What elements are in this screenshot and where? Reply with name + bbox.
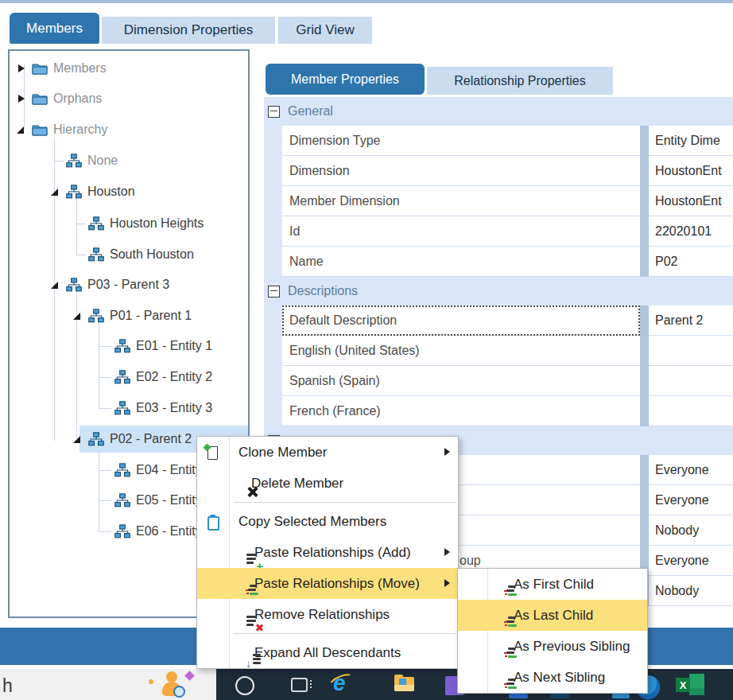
hierarchy-member-icon [114,493,130,508]
collapse-section-icon[interactable] [268,286,280,298]
grid-splitter[interactable] [640,186,649,216]
property-label[interactable]: Spanish (Spain) [282,366,640,396]
section-title: General [288,104,333,119]
excel-icon[interactable]: X [676,673,706,696]
task-view-icon[interactable] [291,678,308,692]
property-label[interactable]: Dimension [282,156,640,186]
tree-item-orphans[interactable]: Orphans [14,87,102,111]
grid-splitter[interactable] [640,515,649,546]
menu-item-expand-all-descendants[interactable]: ↓ Expand All Descendants [197,637,458,668]
property-value[interactable]: 22020101 [649,216,733,247]
grid-splitter[interactable] [640,216,649,247]
menu-item-copy-selected-members[interactable]: Copy Selected Members [197,506,458,537]
tree-item-e02[interactable]: E02 - Entity 2 [97,365,212,389]
tab-grid-view[interactable]: Grid View [278,17,372,44]
tree-item-p01[interactable]: P01 - Parent 1 [71,304,192,328]
grid-splitter[interactable] [640,485,649,515]
grid-splitter[interactable] [640,396,649,426]
menu-item-delete-member[interactable]: Delete Member [197,468,458,499]
property-value[interactable]: Everyone [649,546,733,576]
internet-explorer-icon[interactable]: e [329,671,355,696]
property-label[interactable]: Id [282,216,640,247]
property-row-id: Id 22020101 [264,216,733,247]
section-header-general[interactable]: General [264,97,733,126]
property-label[interactable]: English (United States) [282,336,640,366]
expander-expanded-icon[interactable] [14,123,27,136]
submenu-item-as-previous-sibling[interactable]: As Previous Sibling [458,631,647,662]
cortana-icon[interactable] [147,670,195,698]
tree-item-e01[interactable]: E01 - Entity 1 [97,334,212,358]
expander-expanded-icon[interactable] [71,309,83,322]
property-value[interactable] [649,396,733,426]
expander-expanded-icon[interactable] [48,278,61,291]
pinned-app-icon[interactable] [509,694,528,698]
property-value[interactable]: Nobody [649,576,733,606]
property-label-focused[interactable]: Default Description [282,305,640,336]
tree-item-label: Houston [87,185,135,199]
grid-splitter[interactable] [640,305,649,336]
file-explorer-icon[interactable] [394,677,414,691]
tree-item-south-houston[interactable]: South Houston [71,243,194,266]
leaf-spacer [48,154,61,167]
tree-item-e03[interactable]: E03 - Entity 3 [97,396,212,420]
tree-item-houston-heights[interactable]: Houston Heights [71,212,204,235]
grid-splitter[interactable] [640,366,649,396]
tree-item-e06[interactable]: E06 - Entity 6 [97,519,212,543]
leaf-spacer [97,525,110,538]
grid-splitter[interactable] [640,156,649,186]
as-first-child-icon [504,585,520,601]
submenu-item-as-last-child[interactable]: As Last Child [458,600,647,631]
property-value[interactable]: P02 [649,247,733,277]
property-label[interactable]: French (France) [282,396,640,426]
taskbar-search-area[interactable]: h [0,669,216,700]
expander-collapsed-icon[interactable] [14,62,27,75]
tab-member-properties[interactable]: Member Properties [266,64,425,95]
expander-expanded-icon[interactable] [48,185,61,198]
tree-item-houston[interactable]: Houston [48,180,135,204]
tab-dimension-properties[interactable]: Dimension Properties [102,17,275,44]
grid-splitter[interactable] [640,336,649,366]
screen: { "colors": { "accent": "#2e75ad", "tab_… [0,0,733,700]
submenu-item-as-first-child[interactable]: As First Child [458,569,647,600]
menu-item-paste-relationships-move[interactable]: Paste Relationships (Move) [197,568,458,599]
paste-relationships-move-icon [246,584,262,600]
property-value[interactable]: Parent 2 [649,305,733,336]
tab-relationship-properties[interactable]: Relationship Properties [427,67,613,95]
property-value[interactable] [649,336,733,366]
expander-expanded-icon[interactable] [71,433,83,445]
tree-item-label: Hierarchy [53,122,107,137]
property-value[interactable]: Everyone [649,455,733,485]
grid-splitter[interactable] [640,455,649,485]
tree-item-p03[interactable]: P03 - Parent 3 [48,273,169,297]
tree-item-e04[interactable]: E04 - Entity 4 [97,458,212,482]
tree-item-none[interactable]: None [48,149,118,173]
property-label[interactable]: Name [282,247,640,277]
tree-item-e05[interactable]: E05 - Entity 5 [97,488,212,512]
menu-item-paste-relationships-add[interactable]: + Paste Relationships (Add) [197,537,458,568]
tab-members[interactable]: Members [10,13,99,44]
menu-item-clone-member[interactable]: Clone Member [197,437,458,468]
property-value[interactable]: Entity Dime [649,126,733,156]
grid-splitter[interactable] [640,247,649,277]
property-value[interactable]: Nobody [649,515,733,546]
expander-collapsed-icon[interactable] [14,92,27,105]
pinned-app-icon[interactable] [612,694,630,698]
grid-splitter[interactable] [640,126,649,156]
property-value[interactable]: Everyone [649,485,733,515]
section-header-descriptions[interactable]: Descriptions [264,277,733,305]
tree-item-p02-selected[interactable]: P02 - Parent 2 [71,427,192,451]
hierarchy-member-icon [88,216,104,231]
property-value[interactable]: HoustonEnt [649,186,733,216]
search-circle-icon[interactable] [235,676,254,695]
pinned-app-icon[interactable] [550,694,569,698]
menu-item-remove-relationships[interactable]: Remove Relationships [197,599,458,630]
property-row-spanish: Spanish (Spain) [264,366,733,396]
property-value[interactable]: HoustonEnt [649,156,733,186]
collapse-section-icon[interactable] [268,106,280,118]
property-label[interactable]: Member Dimension [282,186,640,216]
tree-item-members[interactable]: Members [14,56,107,80]
tree-item-hierarchy[interactable]: Hierarchy [14,118,107,142]
property-value[interactable] [649,366,733,396]
property-label[interactable]: Dimension Type [282,126,640,156]
submenu-item-as-next-sibling[interactable]: As Next Sibling [458,662,647,693]
